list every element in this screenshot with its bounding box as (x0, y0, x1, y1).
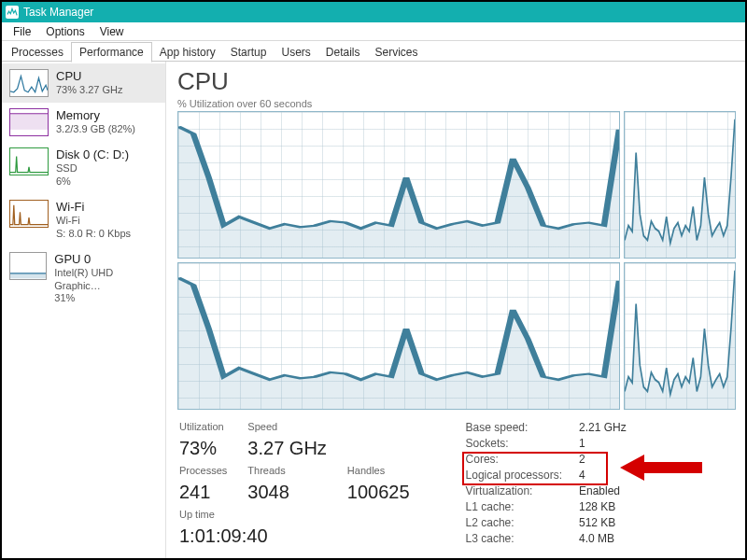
tab-services[interactable]: Services (368, 43, 426, 62)
sidebar-gpu-sub2: 31% (54, 292, 158, 305)
cpu-chart-2[interactable] (177, 262, 620, 410)
arrow-annotation-icon (620, 451, 704, 484)
sidebar-disk-sub2: 6% (56, 175, 129, 189)
val-virt: Enabled (579, 484, 627, 497)
val-handles: 100625 (347, 482, 410, 503)
lbl-l1: L1 cache: (466, 500, 562, 513)
thumb-wifi-icon (9, 200, 49, 228)
stats-area: Utilization Speed 73% 3.27 GHz Processes… (177, 421, 736, 547)
tab-details[interactable]: Details (318, 43, 368, 62)
sidebar-item-gpu[interactable]: GPU 0 Intel(R) UHD Graphic… 31% (2, 246, 165, 312)
sidebar-disk-sub: SSD (56, 162, 129, 175)
thumb-cpu-icon (9, 69, 49, 97)
sidebar-mem-sub: 3.2/3.9 GB (82%) (56, 123, 135, 136)
sidebar-cpu-title: CPU (56, 69, 123, 84)
val-processes: 241 (179, 482, 227, 503)
tab-app-history[interactable]: App history (152, 43, 223, 62)
tab-strip: Processes Performance App history Startu… (2, 41, 745, 62)
lbl-virt: Virtualization: (466, 484, 562, 497)
lbl-cores: Cores: (466, 453, 562, 466)
lbl-speed: Speed (247, 421, 326, 432)
lbl-utilization: Utilization (179, 421, 227, 432)
val-l3: 4.0 MB (579, 532, 627, 545)
sidebar-gpu-title: GPU 0 (54, 252, 158, 267)
thumb-disk-icon (9, 147, 49, 175)
sidebar-item-cpu[interactable]: CPU 73% 3.27 GHz (2, 63, 165, 103)
cpu-chart-3[interactable] (624, 262, 736, 410)
tab-users[interactable]: Users (274, 43, 317, 62)
lbl-base-speed: Base speed: (466, 421, 562, 434)
lbl-l2: L2 cache: (466, 516, 562, 529)
svg-marker-3 (620, 455, 702, 481)
main-panel: CPU % Utilization over 60 seconds Utiliz… (166, 62, 745, 558)
sidebar-mem-title: Memory (56, 108, 135, 123)
sidebar-item-memory[interactable]: Memory 3.2/3.9 GB (82%) (2, 103, 165, 142)
sidebar-wifi-sub: Wi-Fi (56, 215, 131, 228)
tab-performance[interactable]: Performance (71, 42, 152, 63)
app-icon (6, 6, 19, 19)
sidebar: CPU 73% 3.27 GHz Memory 3.2/3.9 GB (82%) (2, 62, 166, 558)
lbl-sockets: Sockets: (466, 437, 562, 450)
lbl-l3: L3 cache: (466, 532, 562, 545)
lbl-lp: Logical processors: (466, 469, 562, 482)
cpu-chart-grid (177, 111, 736, 410)
val-cores: 2 (579, 453, 627, 466)
val-lp: 4 (579, 469, 627, 482)
sidebar-gpu-sub: Intel(R) UHD Graphic… (54, 267, 158, 293)
cpu-chart-1[interactable] (624, 111, 736, 259)
window-title: Task Manager (23, 6, 93, 19)
cpu-chart-0[interactable] (177, 111, 620, 259)
menu-options[interactable]: Options (38, 23, 92, 40)
thumb-gpu-icon (9, 252, 47, 280)
menubar: File Options View (2, 22, 745, 41)
val-base-speed: 2.21 GHz (579, 421, 627, 434)
sidebar-disk-title: Disk 0 (C: D:) (56, 147, 129, 162)
tab-processes[interactable]: Processes (4, 43, 71, 62)
svg-rect-2 (10, 273, 46, 278)
page-title: CPU (177, 67, 736, 96)
val-l1: 128 KB (579, 500, 627, 513)
chart-caption: % Utilization over 60 seconds (177, 98, 736, 109)
sidebar-cpu-sub: 73% 3.27 GHz (56, 84, 123, 97)
window-frame: Task Manager File Options View Processes… (0, 0, 747, 560)
menu-file[interactable]: File (6, 23, 38, 40)
titlebar[interactable]: Task Manager (2, 2, 745, 22)
svg-rect-0 (10, 114, 48, 130)
lbl-uptime: Up time (179, 509, 227, 520)
tab-startup[interactable]: Startup (223, 43, 275, 62)
lbl-threads: Threads (247, 465, 326, 476)
lbl-processes: Processes (179, 465, 227, 476)
menu-view[interactable]: View (92, 23, 132, 40)
thumb-memory-icon (9, 108, 49, 136)
val-sockets: 1 (579, 437, 627, 450)
lbl-handles: Handles (347, 465, 410, 476)
sidebar-wifi-title: Wi-Fi (56, 200, 131, 215)
val-l2: 512 KB (579, 516, 627, 529)
sidebar-item-disk[interactable]: Disk 0 (C: D:) SSD 6% (2, 142, 165, 194)
val-threads: 3048 (247, 482, 326, 503)
val-uptime: 1:01:09:40 (179, 525, 410, 547)
val-utilization: 73% (179, 438, 227, 459)
sidebar-wifi-sub2: S: 8.0 R: 0 Kbps (56, 228, 131, 241)
val-speed: 3.27 GHz (247, 438, 326, 459)
sidebar-item-wifi[interactable]: Wi-Fi Wi-Fi S: 8.0 R: 0 Kbps (2, 194, 165, 246)
